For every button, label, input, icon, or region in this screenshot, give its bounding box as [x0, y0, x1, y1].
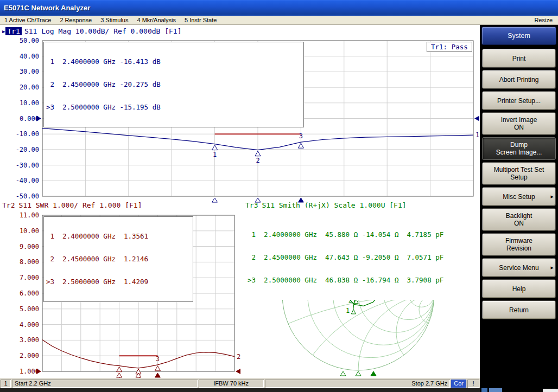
marker-readout-line: 2 2.4500000 GHz 47.643 Ω -9.2050 Ω 7.057… [248, 254, 443, 261]
softkey-backlight[interactable]: BacklightON [482, 208, 556, 231]
marker-readout-line: 1 2.4000000 GHz 1.3561 [46, 233, 191, 240]
stimulus-marker [340, 371, 346, 376]
softkey-service-menu[interactable]: Service Menu▶ [482, 258, 556, 277]
sweep-stop-readout: Stop 2.7 GHz [265, 380, 451, 388]
trace-marker [255, 151, 261, 156]
marker-readout-line: >3 2.5000000 GHz 1.4209 [46, 278, 191, 286]
svg-text:7.000: 7.000 [20, 274, 39, 281]
tr1-header: ▶ Tr1 S11 Log Mag 10.00dB/ Ref 0.000dB [… [2, 27, 182, 35]
screen-edge-fragment [543, 389, 558, 392]
menu-item-mkr-analysis[interactable]: 4 Mkr/Analysis [132, 16, 180, 24]
softkey-invert-image[interactable]: Invert ImageON [482, 112, 556, 135]
bottom-edge-strip [0, 388, 480, 392]
marker-readout-line: 2 2.4500000 GHz -20.275 dB [46, 81, 301, 88]
svg-text:-10.00: -10.00 [16, 130, 39, 138]
tr1-badge[interactable]: Tr1 [5, 27, 21, 35]
trace-marker [117, 367, 122, 372]
tr1-marker-readout: 1 2.4000000 GHz -16.413 dB 2 2.4500000 G… [43, 42, 304, 127]
svg-text:1.000: 1.000 [20, 368, 39, 375]
marker-readout-line: 1 2.4000000 GHz -16.413 dB [46, 58, 301, 66]
alert-indicator[interactable]: ! [467, 380, 479, 388]
svg-text:-50.00: -50.00 [16, 192, 39, 200]
stimulus-marker [356, 371, 361, 376]
ifbw-readout: IFBW 70 kHz [199, 380, 264, 388]
svg-text:2.000: 2.000 [20, 352, 39, 359]
tr3-header: Tr3 S11 Smith (R+jX) Scale 1.000U [F1] [245, 201, 407, 209]
marker-readout-line: >3 2.5000000 GHz -15.195 dB [46, 104, 301, 111]
sweep-start-readout: Start 2.2 GHz [12, 380, 198, 388]
svg-text:8.000: 8.000 [20, 258, 39, 266]
tr3-format-label: S11 Smith (R+jX) Scale 1.000U [F1] [262, 201, 406, 209]
menu-item-resize[interactable]: Resize [529, 16, 558, 24]
channel-number: 1 [1, 380, 11, 388]
menubar: 1 Active Ch/Trace 2 Response 3 Stimulus … [0, 16, 558, 25]
marker-readout-line: >3 2.5000000 GHz 46.838 Ω -16.794 Ω 3.79… [248, 277, 443, 284]
tr2-badge[interactable]: Tr2 [2, 201, 15, 209]
menu-item-active-ch-trace[interactable]: 1 Active Ch/Trace [0, 16, 55, 24]
tr1-format-label: S11 Log Mag 10.00dB/ Ref 0.000dB [F1] [24, 27, 182, 35]
limit-test-result: Tr1: Pass [427, 42, 472, 52]
softkey-abort-printing[interactable]: Abort Printing [482, 70, 556, 89]
svg-text:2: 2 [237, 353, 240, 361]
svg-text:-20.00: -20.00 [16, 146, 39, 153]
tr3-badge[interactable]: Tr3 [245, 201, 258, 209]
trace-display-area: 50.0040.0030.0020.0010.000.000-10.00-20.… [0, 25, 480, 378]
menu-item-instr-state[interactable]: 5 Instr State [180, 16, 221, 24]
softkey-dump-screen-image[interactable]: DumpScreen Image... [482, 137, 556, 160]
svg-text:9.000: 9.000 [20, 243, 39, 250]
trace-marker [298, 143, 303, 148]
ref-level-marker [474, 116, 479, 121]
submenu-arrow-icon: ▶ [551, 264, 554, 272]
active-trace-arrow-icon: ▶ [2, 29, 5, 34]
instrument-screen: E5071C Network Analyzer 1 Active Ch/Trac… [0, 0, 558, 392]
svg-text:20.00: 20.00 [20, 83, 39, 91]
svg-text:1: 1 [213, 151, 217, 158]
softkey-multiport-test-set-setup[interactable]: Multiport Test SetSetup [482, 162, 556, 185]
softkey-return[interactable]: Return [482, 300, 556, 319]
titlebar: E5071C Network Analyzer [0, 0, 558, 16]
correction-status-badge: Cor [451, 380, 466, 388]
screen-edge-fragment [481, 388, 487, 392]
menu-item-stimulus[interactable]: 3 Stimulus [96, 16, 132, 24]
softkey-print[interactable]: Print [482, 49, 556, 68]
svg-text:6.000: 6.000 [20, 290, 39, 297]
screen-edge-fragment [489, 388, 502, 392]
svg-text:4.000: 4.000 [20, 321, 39, 329]
stimulus-marker [155, 373, 160, 377]
softkey-help[interactable]: Help [482, 279, 556, 298]
svg-text:-40.00: -40.00 [16, 177, 39, 184]
stimulus-marker [212, 198, 218, 202]
trace-marker [155, 366, 160, 371]
svg-text:5.000: 5.000 [20, 305, 39, 313]
softkey-menu-title: System [481, 27, 556, 45]
ref-level-marker [236, 369, 240, 374]
svg-text:3.000: 3.000 [20, 336, 39, 344]
softkey-misc-setup[interactable]: Misc Setup▶ [482, 187, 556, 206]
svg-text:3: 3 [156, 355, 160, 363]
status-bar: 1 Start 2.2 GHz IFBW 70 kHz Stop 2.7 GHz… [0, 378, 480, 388]
svg-text:2: 2 [256, 157, 259, 164]
svg-text:50.00: 50.00 [20, 37, 39, 44]
tr2-marker-readout: 1 2.4000000 GHz 1.3561 2 2.4500000 GHz 1… [43, 216, 193, 302]
softkey-printer-setup[interactable]: Printer Setup... [482, 91, 556, 110]
svg-text:1: 1 [346, 307, 350, 314]
softkey-firmware-revision[interactable]: FirmwareRevision [482, 233, 556, 256]
menu-item-response[interactable]: 2 Response [55, 16, 96, 24]
svg-text:0.000: 0.000 [20, 115, 39, 123]
svg-text:1: 1 [475, 131, 479, 139]
window-title: E5071C Network Analyzer [0, 4, 90, 12]
svg-text:10.00: 10.00 [20, 99, 39, 107]
tr3-marker-readout: 1 2.4000000 GHz 45.880 Ω -14.054 Ω 4.718… [245, 215, 446, 300]
marker-readout-line: 2 2.4500000 GHz 1.2146 [46, 255, 191, 263]
svg-text:-30.00: -30.00 [16, 162, 39, 169]
softkey-panel: System PrintAbort PrintingPrinter Setup.… [480, 25, 558, 392]
submenu-arrow-icon: ▶ [551, 193, 554, 201]
stimulus-marker [371, 371, 376, 376]
svg-text:10.00: 10.00 [20, 227, 39, 235]
marker-readout-line: 1 2.4000000 GHz 45.880 Ω -14.054 Ω 4.718… [248, 231, 443, 239]
svg-text:30.00: 30.00 [20, 68, 39, 75]
softkey-list: PrintAbort PrintingPrinter Setup...Inver… [480, 49, 558, 319]
tr2-format-label: S11 SWR 1.000/ Ref 1.000 [F1] [18, 201, 142, 209]
svg-text:40.00: 40.00 [20, 53, 39, 60]
svg-text:11.00: 11.00 [20, 211, 39, 219]
